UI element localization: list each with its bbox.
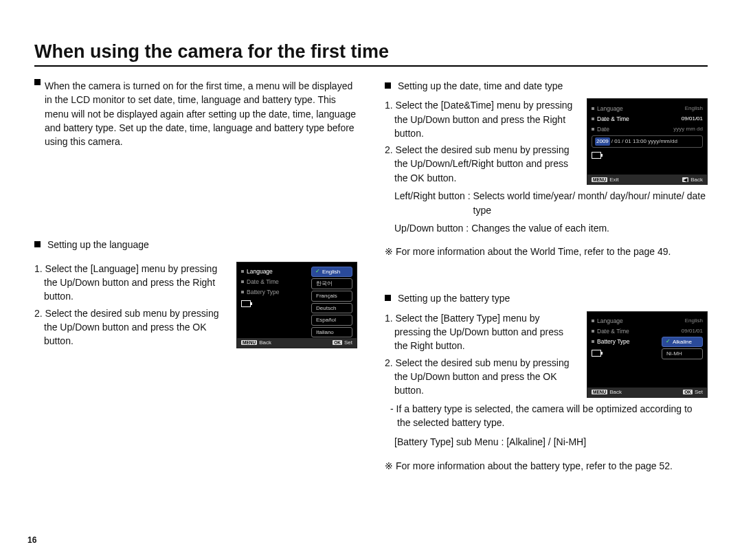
dot-icon <box>592 128 594 131</box>
datetime-block: 1. Select the [Date&Time] menu by pressi… <box>385 98 708 185</box>
language-heading-row: Setting up the language <box>34 238 357 251</box>
check-icon <box>666 339 671 344</box>
square-bullet-icon <box>385 295 391 301</box>
datetime-step1: 1. Select the [Date&Time] menu by pressi… <box>385 98 578 140</box>
ok-key-icon: OK <box>333 340 342 345</box>
battery-optimize-note: - If a battery type is selected, the cam… <box>385 402 708 430</box>
lcd-option: Español <box>311 315 352 326</box>
check-icon <box>316 269 321 273</box>
language-steps: 1. Select the [Language] menu by pressin… <box>34 262 228 348</box>
manual-page: When using the camera for the first time… <box>0 0 742 560</box>
battery-heading: Setting up the battery type <box>398 293 510 304</box>
datetime-heading-row: Setting up the date, time and date type <box>385 79 708 93</box>
square-bullet-icon <box>34 241 41 247</box>
battery-icon <box>241 300 251 307</box>
menu-key-icon: MENU <box>592 390 607 394</box>
lcd-date-edit-row: 2009 / 01 / 01 13:00 yyyy/mm/dd <box>592 135 703 148</box>
lcd-menu-value: English <box>685 317 703 325</box>
language-block: 1. Select the [Language] menu by pressin… <box>34 262 357 348</box>
ud-button-desc: Up/Down button : Changes the value of ea… <box>385 221 708 235</box>
battery-icon <box>592 152 601 159</box>
lr-label: Left/Right button : <box>394 189 471 217</box>
lcd-date-rest: / 01 / 01 13:00 yyyy/mm/dd <box>611 137 677 146</box>
lcd-battery-screenshot: LanguageEnglish Date & Time09/01/01 Batt… <box>587 311 708 398</box>
battery-ref: ※ For more information about the battery… <box>385 459 708 473</box>
dot-icon <box>592 320 594 322</box>
language-step1: 1. Select the [Language] menu by pressin… <box>34 262 228 304</box>
dot-icon <box>592 330 594 333</box>
lcd-footer: MENUBack OKSet <box>237 338 357 348</box>
lcd-option: 한국어 <box>311 278 352 289</box>
battery-steps: 1. Select the [Battery Type] menu by pre… <box>385 311 578 398</box>
worldtime-ref: ※ For more information about the World T… <box>385 245 708 258</box>
lcd-menu-item: Language <box>597 317 682 325</box>
lcd-footer: MENUBack OKSet <box>587 388 707 397</box>
lcd-option-selected: English <box>311 267 352 278</box>
page-number: 16 <box>27 535 36 545</box>
battery-step1: 1. Select the [Battery Type] menu by pre… <box>385 311 578 353</box>
square-bullet-icon <box>385 82 391 89</box>
datetime-steps: 1. Select the [Date&Time] menu by pressi… <box>385 98 578 185</box>
ud-label: Up/Down button : <box>394 221 469 235</box>
lcd-language-screenshot: Language Date & Time Battery Type Englis… <box>236 262 357 348</box>
lcd-datetime-screenshot: LanguageEnglish Date & Time09/01/01 Date… <box>587 98 708 185</box>
back-key-icon: ◀ <box>682 177 688 182</box>
dot-icon <box>241 270 244 273</box>
lr-button-desc: Left/Right button : Selects world time/y… <box>385 189 708 217</box>
battery-heading-row: Setting up the battery type <box>385 291 708 305</box>
ok-key-icon: OK <box>683 390 693 394</box>
battery-step2: 2. Select the desired sub menu by pressi… <box>385 356 578 398</box>
right-column: Setting up the date, time and date type … <box>385 79 708 473</box>
lcd-menu-value: 09/01/01 <box>682 115 703 123</box>
dot-icon <box>592 117 594 120</box>
left-column: When the camera is turned on for the fir… <box>34 79 357 473</box>
intro-block: When the camera is turned on for the fir… <box>34 79 357 148</box>
lcd-menu-value: English <box>685 104 703 113</box>
datetime-heading: Setting up the date, time and date type <box>398 80 563 91</box>
lcd-menu-item: Date & Time <box>597 327 679 335</box>
lr-desc: Selects world time/year/ month/ day/hour… <box>471 189 708 217</box>
dot-icon <box>592 107 594 110</box>
lcd-option: Italiano <box>311 327 352 338</box>
square-bullet-icon <box>34 79 41 85</box>
lcd-menu-value: yyyy mm dd <box>673 125 703 133</box>
page-title: When using the camera for the first time <box>34 41 708 67</box>
language-heading: Setting up the language <box>47 239 149 250</box>
lcd-option: Deutsch <box>311 303 352 314</box>
battery-block: 1. Select the [Battery Type] menu by pre… <box>385 311 708 398</box>
battery-submenu-note: [Battery Type] sub Menu : [Alkaline] / [… <box>385 435 708 449</box>
battery-icon <box>592 350 601 357</box>
lcd-menu-item: Date <box>597 125 671 133</box>
lcd-menu-item: Language <box>597 104 682 113</box>
lcd-footer: MENUExit ◀Back <box>587 175 707 184</box>
ud-desc: Changes the value of each item. <box>469 221 609 235</box>
dot-icon <box>592 340 594 343</box>
menu-key-icon: MENU <box>592 177 607 182</box>
intro-text: When the camera is turned on for the fir… <box>45 79 357 148</box>
lcd-option: Ni-MH <box>662 348 703 359</box>
lcd-option-list: English 한국어 Français Deutsch Español Ita… <box>311 267 352 338</box>
dot-icon <box>241 291 244 293</box>
two-column-layout: When the camera is turned on for the fir… <box>34 79 708 473</box>
lcd-date-year-selected: 2009 <box>595 137 610 146</box>
language-step2: 2. Select the desired sub menu by pressi… <box>34 306 228 348</box>
lcd-menu-item: Date & Time <box>597 115 679 123</box>
menu-key-icon: MENU <box>241 340 257 345</box>
lcd-option: Français <box>311 291 352 302</box>
lcd-option-selected: Alkaline <box>662 337 703 348</box>
dot-icon <box>241 280 244 283</box>
datetime-step2: 2. Select the desired sub menu by pressi… <box>385 143 578 185</box>
lcd-menu-value: 09/01/01 <box>682 327 703 335</box>
lcd-option-list: Alkaline Ni-MH <box>662 337 703 359</box>
